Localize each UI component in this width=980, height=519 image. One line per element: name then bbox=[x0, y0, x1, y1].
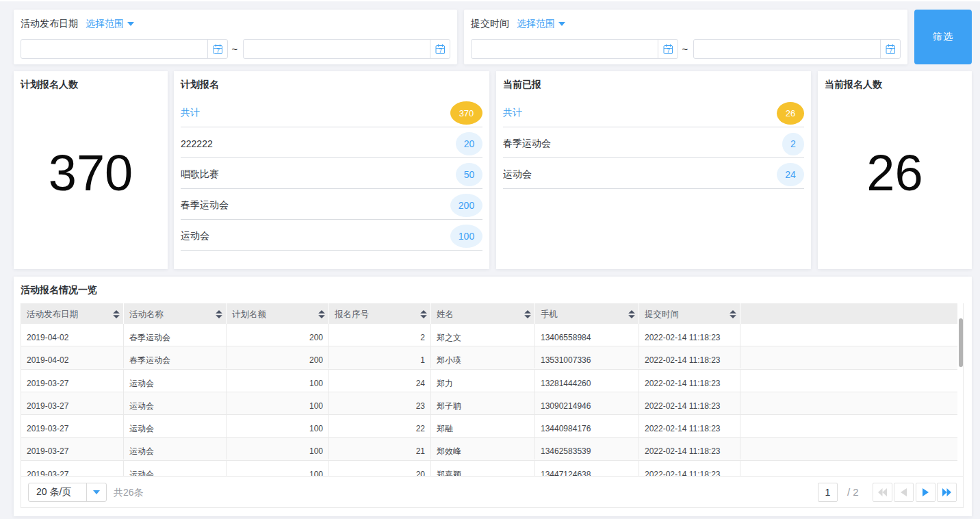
svg-text:7: 7 bbox=[216, 47, 220, 54]
svg-text:7: 7 bbox=[889, 47, 892, 54]
svg-text:7: 7 bbox=[439, 47, 442, 54]
svg-text:7: 7 bbox=[667, 47, 670, 54]
